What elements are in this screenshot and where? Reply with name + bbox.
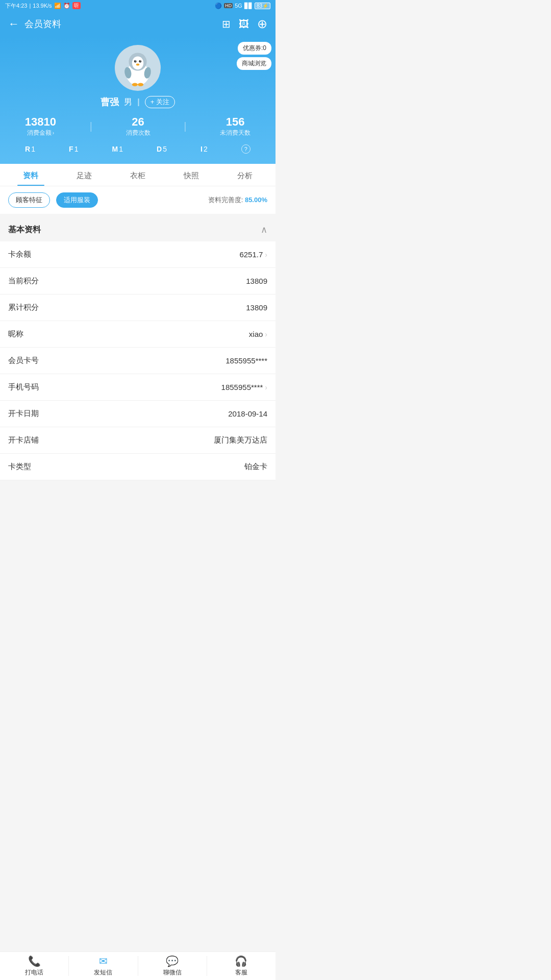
user-gender: 男 — [124, 97, 132, 108]
info-row: 会员卡号 1855955**** — [0, 348, 276, 374]
info-value: xiao › — [249, 330, 267, 338]
status-signal: 📶 — [54, 3, 61, 9]
svg-point-7 — [136, 64, 139, 66]
svg-point-11 — [132, 83, 138, 86]
tab-profile[interactable]: 资料 — [4, 164, 58, 186]
stat-spend-amount: 13810 消费金额 › — [25, 115, 56, 137]
badge-f: F 1 — [69, 144, 78, 154]
info-row: 开卡日期 2018-09-14 — [0, 401, 276, 427]
follow-button[interactable]: + 关注 — [145, 96, 175, 108]
svg-point-6 — [140, 61, 141, 62]
add-icon[interactable]: ⊕ — [257, 17, 267, 31]
section-toggle-button[interactable]: ∧ — [261, 224, 267, 235]
section-title-basic: 基本资料 — [8, 225, 41, 235]
info-value: 6251.7 › — [239, 250, 267, 259]
tab-photo[interactable]: 快照 — [164, 164, 218, 186]
applicable-clothing-button[interactable]: 适用服装 — [56, 192, 98, 208]
info-value: 1855955**** — [226, 356, 267, 365]
stat-spend-count: 26 消费次数 — [126, 115, 151, 137]
share-qr-icon[interactable]: ⊞ — [222, 18, 231, 30]
user-name: 曹强 — [101, 96, 119, 108]
stats-row: 13810 消费金额 › | 26 消费次数 | 156 未消费天数 — [8, 115, 267, 137]
hd-badge: HD — [224, 3, 233, 8]
profile-section: 优惠券:0 商城浏览 曹强 — [0, 37, 276, 164]
network-icon: 5G — [235, 3, 242, 9]
svg-point-3 — [134, 60, 137, 63]
tab-wardrobe[interactable]: 衣柜 — [111, 164, 165, 186]
completion-text: 资料完善度: 85.00% — [208, 195, 267, 205]
info-label: 手机号码 — [8, 382, 39, 392]
svg-point-5 — [135, 61, 136, 62]
info-arrow-icon: › — [265, 330, 267, 338]
info-value: 2018-09-14 — [228, 409, 267, 418]
stat-unspent-days: 156 未消费天数 — [220, 115, 251, 137]
status-network: | — [29, 3, 31, 9]
spend-count-value: 26 — [132, 115, 144, 129]
info-value: 13809 — [246, 277, 267, 285]
tab-footprint[interactable]: 足迹 — [58, 164, 111, 186]
image-icon[interactable]: 🖼 — [239, 18, 249, 30]
status-speed: 13.9K/s — [33, 3, 52, 9]
svg-point-4 — [139, 60, 141, 63]
customer-feature-button[interactable]: 顾客特征 — [8, 192, 50, 208]
info-arrow-icon: › — [265, 251, 267, 259]
badge-r: R 1 — [25, 144, 35, 154]
info-value: 厦门集美万达店 — [214, 435, 267, 445]
mall-browse-button[interactable]: 商城浏览 — [237, 57, 271, 70]
spend-count-label: 消费次数 — [126, 129, 151, 137]
info-row: 当前积分 13809 — [0, 268, 276, 295]
battery-icon: 83⚡ — [255, 3, 270, 9]
stat-sep-1: | — [90, 120, 92, 132]
unspent-days-label: 未消费天数 — [220, 129, 251, 137]
avatar-image — [117, 47, 158, 88]
completion-value: 85.00% — [245, 196, 267, 204]
svg-rect-8 — [132, 71, 143, 80]
info-label: 卡余额 — [8, 250, 31, 259]
status-bar: 下午4:23 | 13.9K/s 📶 ⏰ 听 🔵 HD 5G ▊▊ 83⚡ — [0, 0, 276, 11]
status-right: 🔵 HD 5G ▊▊ 83⚡ — [215, 3, 270, 9]
header: ← 会员资料 ⊞ 🖼 ⊕ — [0, 11, 276, 37]
unspent-days-value: 156 — [226, 115, 245, 129]
info-label: 累计积分 — [8, 303, 39, 312]
tab-analysis[interactable]: 分析 — [218, 164, 271, 186]
info-row: 累计积分 13809 — [0, 295, 276, 321]
bluetooth-icon: 🔵 — [215, 3, 222, 9]
info-value: 13809 — [246, 303, 267, 312]
info-label: 当前积分 — [8, 276, 39, 286]
page-title: 会员资料 — [24, 18, 222, 30]
info-value: 1855955**** › — [221, 383, 267, 391]
info-row: 卡类型 铂金卡 — [0, 454, 276, 480]
info-row[interactable]: 卡余额 6251.7 › — [0, 241, 276, 268]
tabs-bar: 资料 足迹 衣柜 快照 分析 — [0, 164, 276, 186]
name-divider: | — [137, 97, 139, 107]
info-arrow-icon: › — [265, 383, 267, 391]
badge-i: I 2 — [201, 144, 208, 154]
badge-help-button[interactable]: ? — [241, 144, 251, 154]
status-alarm: ⏰ — [63, 3, 70, 9]
action-row: 顾客特征 适用服装 资料完善度: 85.00% — [0, 186, 276, 218]
info-row[interactable]: 手机号码 1855955**** › — [0, 374, 276, 401]
info-row: 开卡店铺 厦门集美万达店 — [0, 427, 276, 454]
badge-row: R 1 F 1 M 1 D 5 I 2 ? — [8, 144, 267, 154]
user-name-row: 曹强 男 | + 关注 — [101, 96, 175, 108]
info-label: 卡类型 — [8, 462, 31, 472]
back-button[interactable]: ← — [8, 17, 19, 31]
badge-d: D 5 — [157, 144, 167, 154]
svg-point-2 — [132, 57, 143, 70]
signal-icon: ▊▊ — [244, 3, 253, 9]
badge-m: M 1 — [112, 144, 123, 154]
info-label: 开卡日期 — [8, 409, 39, 419]
info-row[interactable]: 昵称 xiao › — [0, 321, 276, 348]
status-left: 下午4:23 | 13.9K/s 📶 ⏰ 听 — [5, 2, 81, 10]
status-listening: 听 — [72, 2, 81, 9]
info-label: 昵称 — [8, 329, 23, 339]
stat-sep-2: | — [184, 120, 186, 132]
coupon-button[interactable]: 优惠券:0 — [238, 42, 271, 55]
svg-point-12 — [138, 83, 143, 86]
spend-amount-value: 13810 — [25, 115, 56, 129]
info-value: 铂金卡 — [244, 462, 267, 472]
status-time: 下午4:23 — [5, 2, 27, 10]
section-header-basic: 基本资料 ∧ — [0, 218, 276, 241]
info-label: 开卡店铺 — [8, 435, 39, 445]
header-icons: ⊞ 🖼 ⊕ — [222, 17, 267, 31]
